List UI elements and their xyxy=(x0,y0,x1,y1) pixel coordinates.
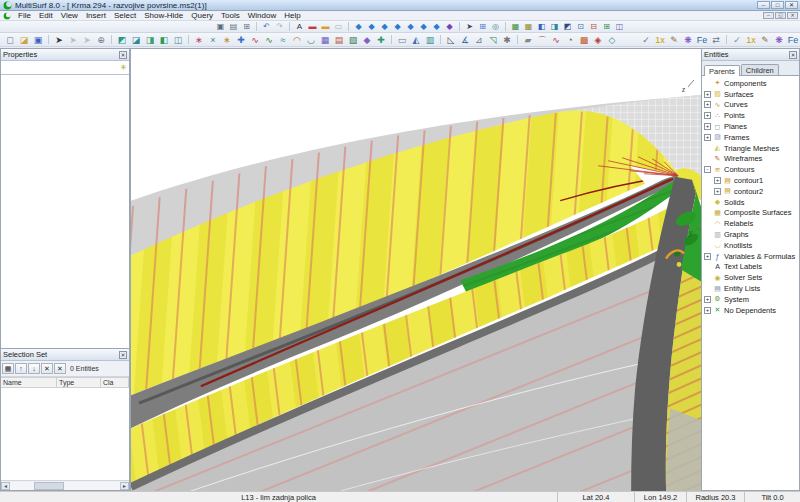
edit-tool-3[interactable]: ∿ xyxy=(550,34,562,46)
move-down-button[interactable]: ↓ xyxy=(28,363,40,374)
line-color-icon[interactable]: ▬ xyxy=(307,21,318,32)
insert-ruled-icon[interactable]: ▤ xyxy=(333,34,345,46)
query-tool-2[interactable]: ∡ xyxy=(459,34,471,46)
insert-point-icon[interactable]: ∗ xyxy=(193,34,205,46)
display-mode-4[interactable]: ◨ xyxy=(549,21,560,32)
save-icon[interactable]: ▣ xyxy=(32,34,44,46)
background-color-icon[interactable]: ▭ xyxy=(333,21,344,32)
tree-item-composite-surfaces[interactable]: ▦ Composite Surfaces xyxy=(702,208,799,219)
tree-expander-icon[interactable]: + xyxy=(714,177,721,184)
scroll-right-icon[interactable]: ► xyxy=(120,482,129,490)
tree-item-variables-formulas[interactable]: + ƒ Variables & Formulas xyxy=(702,251,799,262)
tree-expander-icon[interactable]: + xyxy=(704,307,711,314)
edit-tool-6[interactable]: ◈ xyxy=(592,34,604,46)
view-button-6[interactable]: ◆ xyxy=(418,21,429,32)
surface-tool-3[interactable]: ◨ xyxy=(144,34,156,46)
tree-item-knotlists[interactable]: ◡ Knotlists xyxy=(702,240,799,251)
tree-item-solids[interactable]: ◆ Solids xyxy=(702,197,799,208)
tree-item-triangle-meshes[interactable]: ◭ Triangle Meshes xyxy=(702,143,799,154)
display-mode-1[interactable]: ▦ xyxy=(510,21,521,32)
mdi-restore-button[interactable]: ◱ xyxy=(775,12,786,19)
3d-viewport[interactable]: z y xyxy=(130,48,701,491)
copy-image-icon[interactable]: ▤ xyxy=(228,21,239,32)
scroll-track[interactable] xyxy=(10,482,120,490)
measure-tool-2[interactable]: ◭ xyxy=(410,34,422,46)
annotate-icon[interactable]: ✎ xyxy=(668,34,680,46)
view-button-7[interactable]: ◆ xyxy=(431,21,442,32)
scroll-left-icon[interactable]: ◄ xyxy=(1,482,10,490)
select-add-icon[interactable]: ➤ xyxy=(67,34,79,46)
tree-expander-icon[interactable] xyxy=(704,263,711,270)
selection-grid-button[interactable]: ▦ xyxy=(2,363,14,374)
tree-item-system[interactable]: + ⚙ System xyxy=(702,294,799,305)
scale-1x-icon[interactable]: 1x xyxy=(654,34,666,46)
tree-expander-icon[interactable]: + xyxy=(704,91,711,98)
select-icon[interactable]: ➤ xyxy=(53,34,65,46)
column-header[interactable]: Cla xyxy=(101,377,129,388)
surface-tool-4[interactable]: ◧ xyxy=(158,34,170,46)
tree-expander-icon[interactable] xyxy=(704,199,711,206)
insert-spline-icon[interactable]: ≈ xyxy=(277,34,289,46)
tree-expander-icon[interactable]: - xyxy=(704,166,711,173)
print-icon[interactable]: ⊞ xyxy=(241,21,252,32)
tree-item-contours[interactable]: - ≋ Contours xyxy=(702,164,799,175)
menu-window[interactable]: Window xyxy=(244,11,280,20)
font-icon[interactable]: A xyxy=(294,21,305,32)
edit-tool-1[interactable]: ▰ xyxy=(522,34,534,46)
tree-expander-icon[interactable] xyxy=(704,285,711,292)
tree-item-no-dependents[interactable]: + ✕ No Dependents xyxy=(702,305,799,316)
tree-item-contour2[interactable]: + ▤ contour2 xyxy=(702,186,799,197)
swap-icon[interactable]: ⇄ xyxy=(710,34,722,46)
zoom-window-icon[interactable]: ⊞ xyxy=(477,21,488,32)
display-mode-9[interactable]: ◫ xyxy=(614,21,625,32)
selection-list[interactable] xyxy=(1,388,129,480)
tree-item-points[interactable]: + ∴ Points xyxy=(702,110,799,121)
menu-select[interactable]: Select xyxy=(110,11,140,20)
display-mode-6[interactable]: ⊡ xyxy=(575,21,586,32)
selection-set-close-icon[interactable]: ✕ xyxy=(119,351,127,359)
scroll-thumb[interactable] xyxy=(34,482,64,490)
column-header[interactable]: Name xyxy=(1,377,57,388)
insert-arc-icon[interactable]: ◠ xyxy=(291,34,303,46)
tree-item-components[interactable]: ✦ Components xyxy=(702,78,799,89)
view-button-2[interactable]: ◆ xyxy=(366,21,377,32)
solve-tool-2[interactable]: ✓ xyxy=(731,34,743,46)
edit-tool-7[interactable]: ◇ xyxy=(606,34,618,46)
tree-expander-icon[interactable] xyxy=(704,242,711,249)
formula-tool-2[interactable]: Fe xyxy=(787,34,799,46)
tree-item-contour1[interactable]: + ▤ contour1 xyxy=(702,175,799,186)
query-tool-3[interactable]: ⊿ xyxy=(473,34,485,46)
menu-tools[interactable]: Tools xyxy=(217,11,244,20)
column-header[interactable]: Type xyxy=(57,377,101,388)
annotate-tool-2[interactable]: ✎ xyxy=(759,34,771,46)
measure-tool-3[interactable]: ▥ xyxy=(424,34,436,46)
capture-icon[interactable]: ▣ xyxy=(215,21,226,32)
menu-show-hide[interactable]: Show-Hide xyxy=(140,11,187,20)
insert-surface-icon[interactable]: ▦ xyxy=(319,34,331,46)
insert-conic-icon[interactable]: ◡ xyxy=(305,34,317,46)
tree-expander-icon[interactable] xyxy=(704,145,711,152)
new-file-icon[interactable]: ◻ xyxy=(4,34,16,46)
tree-item-entity-lists[interactable]: ▤ Entity Lists xyxy=(702,283,799,294)
view-button-1[interactable]: ◆ xyxy=(353,21,364,32)
surface-tool-5[interactable]: ◫ xyxy=(172,34,184,46)
clear-selection-button[interactable]: ✕ xyxy=(54,363,66,374)
insert-curve-icon[interactable]: ∿ xyxy=(249,34,261,46)
display-mode-7[interactable]: ⊟ xyxy=(588,21,599,32)
menu-insert[interactable]: Insert xyxy=(82,11,110,20)
title-bar[interactable]: MultiSurf 8.0 - [ Krma 294 - razvojive p… xyxy=(0,0,800,11)
insert-snake-icon[interactable]: ∿ xyxy=(263,34,275,46)
tree-item-frames[interactable]: + ▨ Frames xyxy=(702,132,799,143)
minimize-button[interactable]: – xyxy=(757,1,770,9)
pan-icon[interactable]: ◎ xyxy=(490,21,501,32)
tree-expander-icon[interactable] xyxy=(704,209,711,216)
surface-tool-1[interactable]: ◩ xyxy=(116,34,128,46)
surface-tool-2[interactable]: ◪ xyxy=(130,34,142,46)
open-file-icon[interactable]: ◪ xyxy=(18,34,30,46)
edit-tool-4[interactable]: ◔ xyxy=(564,34,576,46)
tree-expander-icon[interactable]: + xyxy=(704,134,711,141)
tree-expander-icon[interactable] xyxy=(704,274,711,281)
menu-query[interactable]: Query xyxy=(187,11,217,20)
edit-tool-2[interactable]: ⌒ xyxy=(536,34,548,46)
mdi-close-button[interactable]: ✕ xyxy=(787,12,798,19)
